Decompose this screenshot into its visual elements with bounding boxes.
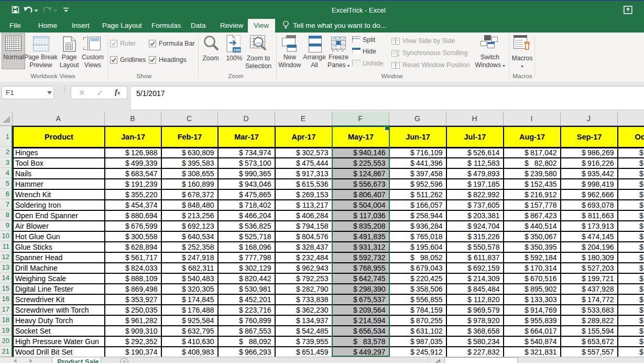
svg-text:100: 100 [233, 48, 241, 52]
